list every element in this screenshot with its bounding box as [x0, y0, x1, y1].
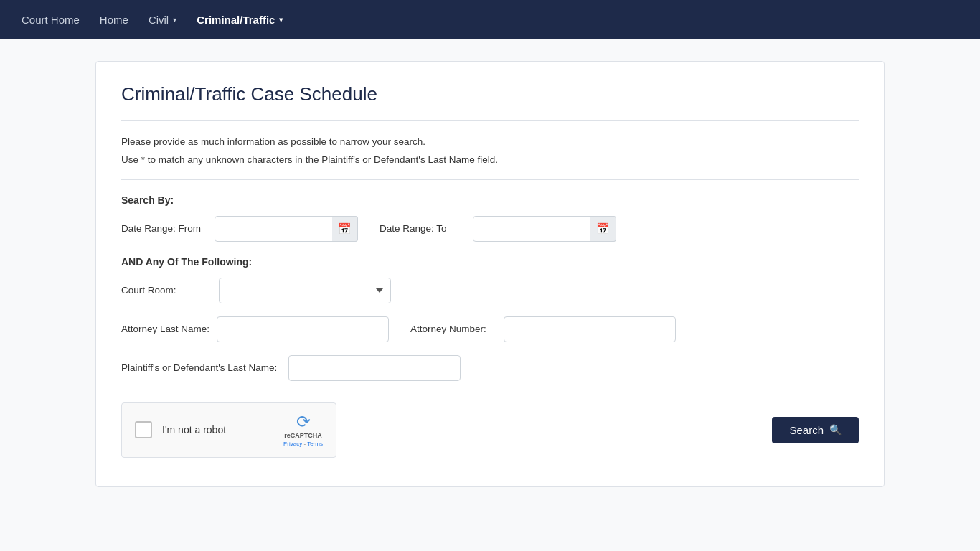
attorney-last-name-group: Attorney Last Name: — [121, 316, 389, 342]
court-room-label: Court Room: — [121, 285, 207, 296]
calendar-to-icon: 📅 — [596, 222, 610, 235]
recaptcha-widget[interactable]: I'm not a robot ⟳ reCAPTCHA Privacy - Te… — [121, 402, 336, 458]
date-to-label: Date Range: To — [380, 223, 466, 234]
civil-caret-icon: ▾ — [173, 16, 176, 24]
search-by-label: Search By: — [121, 194, 859, 206]
nav-criminal-traffic[interactable]: Criminal/Traffic ▾ — [187, 8, 293, 32]
recaptcha-logo: ⟳ reCAPTCHA Privacy - Terms — [283, 413, 323, 447]
date-to-input-wrapper: 📅 — [473, 216, 616, 242]
date-from-calendar-button[interactable]: 📅 — [332, 216, 358, 242]
date-from-group: Date Range: From 📅 — [121, 216, 358, 242]
attorney-number-input[interactable] — [504, 316, 676, 342]
attorney-number-group: Attorney Number: — [410, 316, 676, 342]
and-section: AND Any Of The Following: Court Room: At… — [121, 256, 859, 381]
nav-civil[interactable]: Civil ▾ — [138, 8, 187, 32]
date-to-group: Date Range: To 📅 — [380, 216, 616, 242]
nav-court-home[interactable]: Court Home — [11, 8, 90, 32]
search-button-label: Search — [789, 424, 824, 436]
title-divider — [121, 120, 859, 121]
search-button[interactable]: Search 🔍 — [772, 417, 859, 443]
recaptcha-privacy-terms: Privacy - Terms — [283, 441, 323, 447]
attorney-number-label: Attorney Number: — [410, 324, 496, 334]
attorney-last-name-input[interactable] — [217, 316, 389, 342]
info-line-1: Please provide as much information as po… — [121, 135, 859, 149]
recaptcha-checkbox[interactable] — [135, 421, 152, 438]
date-from-label: Date Range: From — [121, 223, 207, 234]
recaptcha-privacy-link[interactable]: Privacy — [283, 441, 302, 447]
attorney-row: Attorney Last Name: Attorney Number: — [121, 316, 859, 342]
navbar: Court Home Home Civil ▾ Criminal/Traffic… — [0, 0, 980, 39]
info-line-2: Use * to match any unknown characters in… — [121, 153, 859, 167]
and-any-label: AND Any Of The Following: — [121, 256, 859, 268]
criminal-traffic-caret-icon: ▾ — [279, 16, 283, 24]
search-button-icon: 🔍 — [829, 424, 842, 435]
recaptcha-icon: ⟳ — [296, 413, 311, 430]
attorney-last-name-label: Attorney Last Name: — [121, 324, 209, 334]
date-from-input-wrapper: 📅 — [215, 216, 358, 242]
plaintiff-defendant-label: Plaintiff's or Defendant's Last Name: — [121, 362, 277, 373]
nav-home[interactable]: Home — [90, 8, 138, 32]
calendar-from-icon: 📅 — [338, 222, 352, 235]
date-range-row: Date Range: From 📅 Date Range: To 📅 — [121, 216, 859, 242]
court-room-select[interactable] — [219, 278, 391, 303]
date-to-calendar-button[interactable]: 📅 — [590, 216, 616, 242]
recaptcha-text: reCAPTCHA — [284, 432, 322, 439]
page-title: Criminal/Traffic Case Schedule — [121, 83, 859, 105]
plaintiff-defendant-row: Plaintiff's or Defendant's Last Name: — [121, 355, 859, 381]
plaintiff-defendant-input[interactable] — [288, 355, 461, 381]
main-wrapper: Criminal/Traffic Case Schedule Please pr… — [0, 39, 980, 509]
info-divider — [121, 179, 859, 180]
bottom-row: I'm not a robot ⟳ reCAPTCHA Privacy - Te… — [121, 402, 859, 458]
recaptcha-terms-link[interactable]: Terms — [307, 441, 323, 447]
form-card: Criminal/Traffic Case Schedule Please pr… — [95, 61, 885, 487]
court-room-row: Court Room: — [121, 278, 859, 303]
recaptcha-label: I'm not a robot — [162, 424, 273, 435]
